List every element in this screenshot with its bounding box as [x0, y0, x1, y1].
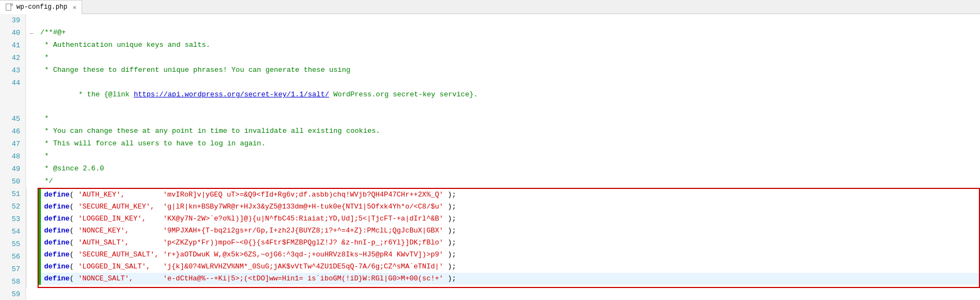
- line-content-59: [37, 288, 980, 300]
- line-number-56: 56: [0, 250, 26, 263]
- tab-bar: wp-config.php ✕: [0, 0, 980, 14]
- line-number-54: 54: [0, 225, 26, 238]
- collapse-41: [26, 39, 37, 52]
- code-line-48: 48 *: [0, 150, 980, 163]
- define-line-52: define( 'SECURE_AUTH_KEY', 'g|lR|kn+BSBy…: [39, 201, 979, 213]
- define-content-55: define( 'AUTH_SALT', 'p<ZKZyp*Fr))mpoF~<…: [41, 237, 979, 249]
- code-line-46: 46 * You can change these at any point i…: [0, 125, 980, 138]
- line-number-42: 42: [0, 52, 26, 64]
- define-line-55: define( 'AUTH_SALT', 'p<ZKZyp*Fr))mpoF~<…: [39, 237, 979, 249]
- collapse-47: [26, 138, 37, 150]
- line-content-47: * This will force all users to have to l…: [37, 138, 980, 150]
- editor: wp-config.php ✕ 39 40 — /**#@+ 41 * Auth…: [0, 0, 980, 300]
- line-number-43: 43: [0, 64, 26, 77]
- collapse-42: [26, 52, 37, 64]
- code-line-44: 44 * the {@link https://api.wordpress.or…: [0, 77, 980, 113]
- collapse-50: [26, 175, 37, 188]
- line-content-50: */: [37, 175, 980, 188]
- line-number-59: 59: [0, 288, 26, 300]
- collapse-40[interactable]: —: [26, 27, 37, 39]
- line-number-47: 47: [0, 138, 26, 150]
- tab-label: wp-config.php: [16, 3, 68, 11]
- code-line-40: 40 — /**#@+: [0, 27, 980, 39]
- red-border-block: define( 'AUTH_KEY', 'mvIRoR]v|yGEQ uT>=&…: [38, 188, 980, 288]
- code-line-49: 49 * @since 2.6.0: [0, 163, 980, 175]
- line-content-43: * Change these to different unique phras…: [37, 64, 980, 77]
- svg-rect-2: [11, 4, 13, 5]
- collapse-44: [26, 77, 37, 113]
- code-line-59: 59: [0, 288, 980, 300]
- define-content-52: define( 'SECURE_AUTH_KEY', 'g|lR|kn+BSBy…: [41, 201, 979, 213]
- collapse-49: [26, 163, 37, 175]
- line-content-49: * @since 2.6.0: [37, 163, 980, 175]
- line-number-51: 51: [0, 188, 26, 200]
- define-line-54: define( 'NONCE_KEY', '9MPJXAH+{T-bq2i2gs…: [39, 225, 979, 237]
- line-content-45: *: [37, 113, 980, 125]
- tab-wp-config[interactable]: wp-config.php ✕: [0, 0, 82, 14]
- collapse-43: [26, 64, 37, 77]
- line-number-48: 48: [0, 150, 26, 163]
- line-number-46: 46: [0, 125, 26, 138]
- file-icon: [5, 3, 13, 11]
- define-line-58: define( 'NONCE_SALT', 'e-dCtHa@%--+Ki|5>…: [39, 273, 979, 285]
- define-line-51: define( 'AUTH_KEY', 'mvIRoR]v|yGEQ uT>=&…: [39, 189, 979, 201]
- highlighted-section: 51 52 53 54 55 56 57 58: [0, 188, 980, 288]
- define-content-57: define( 'LOGGED_IN_SALT', 'j{k]&0?4WLRVH…: [41, 261, 979, 273]
- collapse-39: [26, 14, 37, 27]
- define-line-53: define( 'LOGGED_IN_KEY', 'KX@y7N-2W>`e?o…: [39, 213, 979, 225]
- line-number-50: 50: [0, 175, 26, 188]
- line-content-40: /**#@+: [37, 27, 980, 39]
- line-content-46: * You can change these at any point in t…: [37, 125, 980, 138]
- line-number-40: 40: [0, 27, 26, 39]
- line-number-53: 53: [0, 213, 26, 225]
- code-line-42: 42 *: [0, 52, 980, 64]
- code-line-45: 45 *: [0, 113, 980, 125]
- tab-close-button[interactable]: ✕: [73, 4, 77, 11]
- define-content-56: define( 'SECURE_AUTH_SALT', 'r+}aOTDwuK …: [41, 249, 979, 261]
- collapse-59: [26, 288, 37, 300]
- line-number-58: 58: [0, 275, 26, 288]
- line-numbers-highlighted: 51 52 53 54 55 56 57 58: [0, 188, 27, 288]
- code-editor: 39 40 — /**#@+ 41 * Authentication uniqu…: [0, 14, 980, 300]
- line-content-48: *: [37, 150, 980, 163]
- define-content-53: define( 'LOGGED_IN_KEY', 'KX@y7N-2W>`e?o…: [41, 213, 979, 225]
- line-number-57: 57: [0, 263, 26, 275]
- line-number-41: 41: [0, 39, 26, 52]
- define-content-54: define( 'NONCE_KEY', '9MPJXAH+{T-bq2i2gs…: [41, 225, 979, 237]
- code-line-47: 47 * This will force all users to have t…: [0, 138, 980, 150]
- line-number-49: 49: [0, 163, 26, 175]
- define-line-56: define( 'SECURE_AUTH_SALT', 'r+}aOTDwuK …: [39, 249, 979, 261]
- define-content-51: define( 'AUTH_KEY', 'mvIRoR]v|yGEQ uT>=&…: [41, 189, 979, 201]
- collapse-46: [26, 125, 37, 138]
- code-line-43: 43 * Change these to different unique ph…: [0, 64, 980, 77]
- line-number-55: 55: [0, 238, 26, 250]
- svg-rect-0: [6, 4, 11, 10]
- code-line-50: 50 */: [0, 175, 980, 188]
- code-line-41: 41 * Authentication unique keys and salt…: [0, 39, 980, 52]
- line-number-39: 39: [0, 14, 26, 27]
- define-content-58: define( 'NONCE_SALT', 'e-dCtHa@%--+Ki|5>…: [41, 273, 979, 285]
- line-content-39: [37, 14, 980, 27]
- line-number-45: 45: [0, 113, 26, 125]
- line-number-52: 52: [0, 200, 26, 213]
- line-content-44: * the {@link https://api.wordpress.org/s…: [37, 77, 980, 113]
- line-content-42: *: [37, 52, 980, 64]
- line-number-44: 44: [0, 77, 26, 113]
- collapse-45: [26, 113, 37, 125]
- line-content-41: * Authentication unique keys and salts.: [37, 39, 980, 52]
- define-line-57: define( 'LOGGED_IN_SALT', 'j{k]&0?4WLRVH…: [39, 261, 979, 273]
- collapse-column-highlighted: [27, 188, 38, 288]
- collapse-48: [26, 150, 37, 163]
- code-line-39: 39: [0, 14, 980, 27]
